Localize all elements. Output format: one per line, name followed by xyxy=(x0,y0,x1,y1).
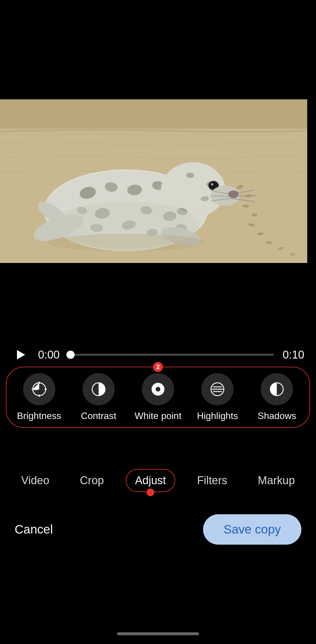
photo-seal xyxy=(0,99,307,263)
cancel-button[interactable]: Cancel xyxy=(15,522,53,536)
video-area: 0:00 0:10 2 xyxy=(0,0,316,644)
shadows-label: Shadows xyxy=(258,411,296,421)
shadows-icon xyxy=(269,381,285,397)
scrubber[interactable] xyxy=(68,354,274,356)
tab-filters[interactable]: Filters xyxy=(188,470,236,491)
play-button[interactable] xyxy=(12,346,29,363)
brightness-icon-circle[interactable] xyxy=(23,373,55,405)
svg-point-35 xyxy=(211,183,213,186)
svg-point-10 xyxy=(290,253,296,256)
home-indicator xyxy=(117,632,199,635)
contrast-icon xyxy=(90,381,107,397)
brightness-label: Brightness xyxy=(17,411,61,421)
time-total: 0:10 xyxy=(283,349,304,361)
bottom-actions-bar: Cancel Save copy xyxy=(0,514,316,545)
tab-video[interactable]: Video xyxy=(12,470,58,491)
save-copy-button[interactable]: Save copy xyxy=(203,514,301,545)
tools-scroll-row[interactable]: 2 Brightness xyxy=(6,367,310,428)
highlights-icon-circle[interactable] xyxy=(201,373,233,405)
tab-markup[interactable]: Markup xyxy=(249,470,304,491)
svg-marker-49 xyxy=(17,350,25,359)
shadows-icon-circle[interactable] xyxy=(261,373,293,405)
brightness-icon xyxy=(31,381,47,397)
tool-highlights[interactable]: Highlights xyxy=(188,373,247,421)
adjust-tools-panel: 2 Brightness xyxy=(0,367,316,428)
contrast-label: Contrast xyxy=(81,411,116,421)
bottom-tab-bar: Video Crop Adjust Filters Markup xyxy=(0,469,316,492)
scrubber-track[interactable] xyxy=(68,354,274,356)
scrubber-thumb[interactable] xyxy=(66,351,75,359)
tool-contrast[interactable]: Contrast xyxy=(69,373,128,421)
photo-frame xyxy=(0,99,307,263)
tool-shadows[interactable]: Shadows xyxy=(247,373,307,421)
tab-adjust[interactable]: Adjust xyxy=(126,469,176,492)
svg-point-43 xyxy=(228,191,239,198)
white-point-label: White point xyxy=(135,411,181,421)
tools-badge: 2 xyxy=(153,362,163,372)
svg-point-48 xyxy=(47,234,205,251)
white-point-icon xyxy=(150,381,166,397)
time-current: 0:00 xyxy=(38,349,60,361)
highlights-label: Highlights xyxy=(197,411,238,421)
highlights-icon xyxy=(209,381,226,397)
tab-crop[interactable]: Crop xyxy=(71,470,113,491)
tool-brightness[interactable]: Brightness xyxy=(9,373,69,421)
tool-white-point[interactable]: White point xyxy=(128,373,188,421)
adjust-tab-badge xyxy=(147,489,154,496)
svg-point-57 xyxy=(156,387,160,392)
white-point-icon-circle[interactable] xyxy=(142,373,174,405)
playback-bar: 0:00 0:10 xyxy=(0,346,316,363)
contrast-icon-circle[interactable] xyxy=(83,373,115,405)
